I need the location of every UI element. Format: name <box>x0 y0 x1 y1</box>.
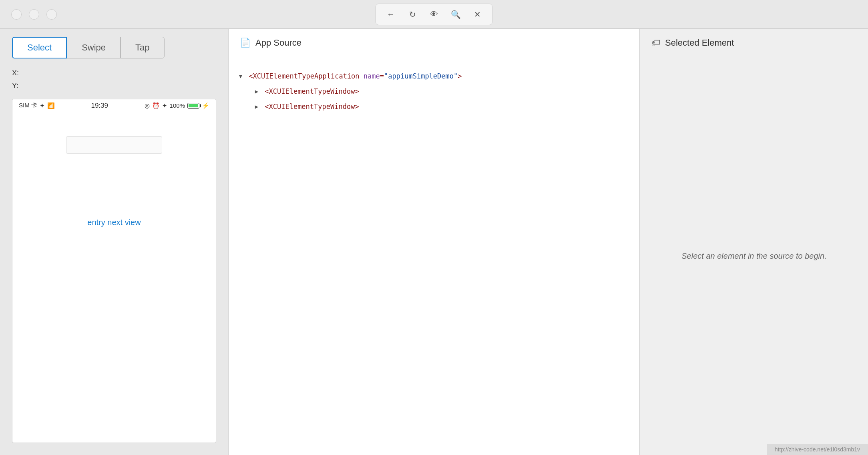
status-right: ◎ ⏰ ✦ 100% ⚡ <box>145 102 209 109</box>
selected-element-header: 🏷 Selected Element <box>640 29 868 57</box>
refresh-button[interactable]: ↻ <box>402 6 422 23</box>
tree-node-root[interactable]: ▼ <XCUIElementTypeApplication name="appi… <box>237 68 631 84</box>
app-source-header: 📄 App Source <box>229 29 639 57</box>
xml-tag-child2: <XCUIElementTypeWindow> <box>265 100 359 113</box>
close-button[interactable]: ✕ <box>467 6 487 23</box>
tree-node-child1[interactable]: ▶ <XCUIElementTypeWindow> <box>237 84 631 99</box>
text-input-mock[interactable] <box>66 136 162 154</box>
ios-status-bar: SIM 卡 ✦ 📶 19:39 ◎ ⏰ ✦ 100% ⚡ <box>12 99 216 112</box>
battery-fill <box>189 104 198 107</box>
wifi-icon: 📶 <box>47 102 55 109</box>
browser-toolbar: ← ↻ 👁 🔍 ✕ <box>376 4 492 25</box>
tree-toggle-child2[interactable]: ▶ <box>253 101 261 112</box>
xml-tag-root: <XCUIElementTypeApplication <box>249 69 364 83</box>
no-selection-message: Select an element in the source to begin… <box>681 252 826 261</box>
x-coord: X: <box>12 66 216 79</box>
battery-bar <box>187 103 199 109</box>
tree-node-child2[interactable]: ▶ <XCUIElementTypeWindow> <box>237 99 631 114</box>
minimize-traffic-light[interactable] <box>29 9 39 20</box>
close-traffic-light[interactable] <box>11 9 22 20</box>
source-tree[interactable]: ▼ <XCUIElementTypeApplication name="appi… <box>229 57 639 455</box>
status-left: SIM 卡 ✦ 📶 <box>19 102 55 109</box>
carrier-label: SIM 卡 <box>19 102 37 109</box>
selected-element-icon: 🏷 <box>651 38 660 48</box>
bottom-status-bar: http://zhive-code.net/e1l0sd3mb1v <box>767 444 868 455</box>
action-tabs: Select Swipe Tap <box>0 37 228 58</box>
tree-toggle-child1[interactable]: ▶ <box>253 86 261 97</box>
bluetooth-icon: ✦ <box>162 102 167 109</box>
time-label: 19:39 <box>91 102 108 110</box>
traffic-lights <box>11 9 57 20</box>
search-button[interactable]: 🔍 <box>446 6 466 23</box>
right-panel-content: Select an element in the source to begin… <box>640 57 868 455</box>
location-icon: ◎ <box>145 102 150 109</box>
device-content: entry next view <box>12 112 216 235</box>
left-panel: Select Swipe Tap X: Y: SIM 卡 ✦ 📶 19:39 ◎… <box>0 29 228 455</box>
selected-element-title: Selected Element <box>665 38 734 48</box>
inspect-button[interactable]: 👁 <box>424 6 444 23</box>
xml-eq-root: = <box>380 69 384 83</box>
tab-swipe[interactable]: Swipe <box>67 37 121 58</box>
battery-percent: 100% <box>170 102 185 109</box>
back-button[interactable]: ← <box>381 6 401 23</box>
coord-display: X: Y: <box>0 66 228 93</box>
right-panel: 🏷 Selected Element Select an element in … <box>640 29 868 455</box>
y-coord: Y: <box>12 79 216 92</box>
app-source-icon: 📄 <box>240 38 251 48</box>
main-layout: Select Swipe Tap X: Y: SIM 卡 ✦ 📶 19:39 ◎… <box>0 29 868 455</box>
entry-next-view-link[interactable]: entry next view <box>87 218 141 227</box>
sim-icon: ✦ <box>40 102 45 109</box>
device-screen[interactable]: SIM 卡 ✦ 📶 19:39 ◎ ⏰ ✦ 100% ⚡ <box>12 99 216 443</box>
middle-panel: 📄 App Source ▼ <XCUIElementTypeApplicati… <box>228 29 640 455</box>
alarm-icon: ⏰ <box>152 102 160 109</box>
xml-attr-value-root: "appiumSimpleDemo" <box>384 69 458 83</box>
tree-toggle-root[interactable]: ▼ <box>237 70 245 82</box>
maximize-traffic-light[interactable] <box>46 9 57 20</box>
xml-tag-child1: <XCUIElementTypeWindow> <box>265 85 359 98</box>
app-source-title: App Source <box>255 38 301 48</box>
xml-close-root: > <box>458 69 462 83</box>
tab-tap[interactable]: Tap <box>121 37 164 58</box>
xml-attr-name-root: name <box>364 69 380 83</box>
tab-select[interactable]: Select <box>12 37 67 58</box>
title-bar: ← ↻ 👁 🔍 ✕ <box>0 0 868 29</box>
charging-icon: ⚡ <box>202 102 209 109</box>
